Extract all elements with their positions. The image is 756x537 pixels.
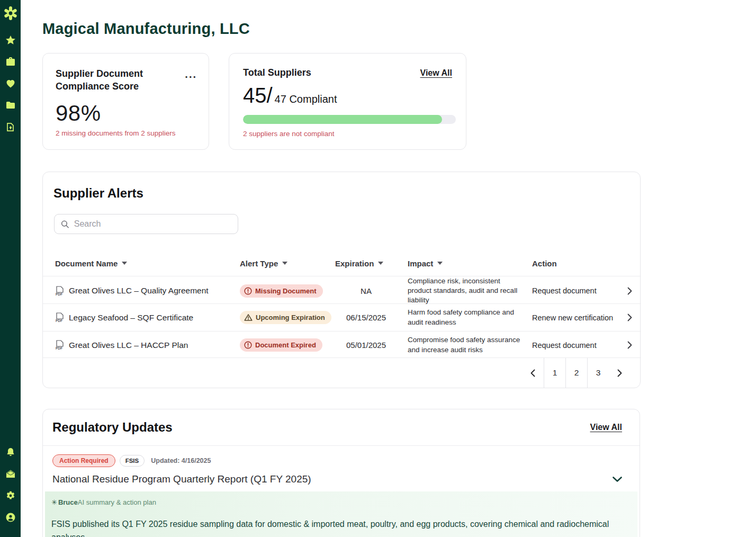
- action-cell: Request document: [532, 341, 627, 350]
- updated-date: Updated: 4/16/2025: [151, 457, 211, 464]
- sort-caret-icon: [122, 262, 127, 265]
- pagination-next-icon[interactable]: [609, 358, 631, 388]
- document-name-cell: PDF Legacy Seafood – SQF Certificate: [55, 312, 240, 323]
- account-icon[interactable]: [5, 512, 16, 523]
- svg-text:PDF: PDF: [56, 292, 62, 296]
- expiration-cell: 05/01/2025: [335, 341, 408, 350]
- column-header-action: Action: [532, 259, 627, 268]
- pdf-file-icon: PDF: [55, 286, 64, 296]
- suppliers-card-note: 2 suppliers are not compliant: [243, 130, 452, 138]
- briefcase-icon[interactable]: [5, 56, 16, 68]
- row-chevron-right-icon[interactable]: [627, 314, 641, 321]
- document-name-cell: PDF Great Olives LLC – HACCP Plan: [55, 340, 240, 350]
- supplier-alerts-card: Supplier Alerts Document Name Alert Type…: [42, 172, 641, 388]
- alerts-table: Document Name Alert Type Expiration Impa…: [43, 250, 641, 359]
- regulatory-item-title: National Residue Program Quarterly Repor…: [52, 473, 311, 485]
- sort-caret-icon: [378, 262, 383, 265]
- ai-summary-text: FSIS published its Q1 FY 2025 residue sa…: [51, 518, 615, 537]
- alerts-table-header: Document Name Alert Type Expiration Impa…: [43, 250, 641, 276]
- compliance-score-card: Supplier Document Compliance Score ... 9…: [42, 53, 209, 150]
- suppliers-count-sub: 47 Compliant: [275, 93, 337, 105]
- table-row[interactable]: PDF Legacy Seafood – SQF Certificate Upc…: [43, 303, 641, 331]
- regulatory-updates-header: Regulatory Updates View All: [43, 409, 640, 446]
- action-cell: Request document: [532, 287, 627, 295]
- impact-cell: Harm food safety compliance and audit re…: [408, 308, 532, 327]
- page-title: Magical Manufacturing, LLC: [42, 20, 250, 38]
- asterisk-icon: ✳: [51, 498, 57, 506]
- sort-caret-icon: [437, 262, 443, 265]
- search-input[interactable]: [74, 219, 231, 229]
- pagination-prev-icon[interactable]: [522, 358, 544, 388]
- compliance-card-title: Supplier Document Compliance Score: [56, 67, 161, 93]
- pagination: 1 2 3: [43, 357, 641, 388]
- ai-brand-name: Bruce: [58, 498, 78, 506]
- column-header-expiration[interactable]: Expiration: [335, 259, 408, 268]
- expiration-cell: 06/15/2025: [335, 313, 408, 322]
- suppliers-count-value: 45/: [243, 84, 273, 108]
- overflow-menu-icon[interactable]: ...: [185, 71, 197, 77]
- compliance-score-value: 98%: [56, 101, 196, 126]
- suppliers-progress-bar: [243, 115, 456, 124]
- svg-text:PDF: PDF: [56, 346, 62, 350]
- chevron-down-icon[interactable]: [613, 477, 622, 482]
- error-circle-icon: [244, 341, 252, 349]
- action-required-badge: Action Required: [52, 454, 115, 467]
- total-suppliers-card: Total Suppliers View All 45/ 47 Complian…: [229, 53, 466, 150]
- suppliers-progress-fill: [243, 115, 442, 124]
- impact-cell: Compromise food safety assurance and inc…: [408, 335, 532, 354]
- search-icon: [61, 220, 69, 229]
- status-badge: Missing Document: [240, 284, 323, 298]
- source-badge: FSIS: [120, 455, 145, 467]
- action-cell: Renew new certification: [532, 314, 627, 322]
- pagination-page-2[interactable]: 2: [565, 358, 587, 388]
- bell-icon[interactable]: [5, 446, 16, 458]
- status-badge: Document Expired: [240, 338, 322, 352]
- mail-icon[interactable]: [5, 468, 16, 480]
- expiration-cell: NA: [335, 287, 408, 296]
- regulatory-updates-card: Regulatory Updates View All Action Requi…: [42, 409, 640, 537]
- sidebar: [0, 0, 21, 537]
- pdf-file-icon: PDF: [55, 340, 64, 350]
- suppliers-view-all-link[interactable]: View All: [420, 68, 452, 78]
- suppliers-count: 45/ 47 Compliant: [243, 84, 452, 108]
- document-name-cell: PDF Great Olives LLC – Quality Agreement: [55, 286, 240, 296]
- column-header-document-name[interactable]: Document Name: [55, 259, 240, 268]
- gear-icon[interactable]: [5, 490, 16, 502]
- heart-icon[interactable]: [5, 78, 16, 90]
- row-chevron-right-icon[interactable]: [627, 341, 641, 349]
- ai-summary-label: ✳ Bruce AI summary & action plan: [51, 498, 629, 506]
- suppliers-card-title: Total Suppliers: [243, 67, 311, 78]
- star-icon[interactable]: [5, 34, 16, 46]
- row-chevron-right-icon[interactable]: [627, 287, 641, 295]
- error-circle-icon: [244, 287, 252, 295]
- sort-caret-icon: [282, 262, 287, 265]
- impact-cell: Compliance risk, inconsistent product st…: [408, 276, 532, 306]
- file-upload-icon[interactable]: [5, 121, 16, 133]
- ai-summary-box: ✳ Bruce AI summary & action plan FSIS pu…: [45, 491, 637, 537]
- status-badge: Upcoming Expiration: [240, 311, 331, 324]
- alerts-search[interactable]: [54, 214, 238, 234]
- table-row[interactable]: PDF Great Olives LLC – HACCP Plan Docume…: [43, 331, 641, 359]
- folder-icon[interactable]: [5, 100, 16, 111]
- supplier-alerts-title: Supplier Alerts: [53, 186, 640, 201]
- regulatory-item-row[interactable]: National Residue Program Quarterly Repor…: [52, 473, 622, 485]
- column-header-alert-type[interactable]: Alert Type: [240, 259, 335, 268]
- app-logo-asterisk-icon[interactable]: [3, 5, 19, 21]
- pagination-page-1[interactable]: 1: [544, 358, 565, 388]
- pdf-file-icon: PDF: [55, 312, 64, 323]
- ai-label-text: AI summary & action plan: [78, 498, 156, 506]
- sidebar-bottom-group: [5, 446, 16, 537]
- warning-triangle-icon: [244, 314, 253, 321]
- column-header-impact[interactable]: Impact: [408, 259, 532, 268]
- pagination-page-3[interactable]: 3: [587, 358, 609, 388]
- regulatory-view-all-link[interactable]: View All: [590, 423, 622, 432]
- regulatory-item-meta: Action Required FSIS Updated: 4/16/2025: [52, 454, 640, 467]
- table-row[interactable]: PDF Great Olives LLC – Quality Agreement…: [43, 276, 641, 303]
- compliance-card-note: 2 missing documents from 2 suppliers: [56, 129, 196, 137]
- sidebar-top-group: [3, 0, 19, 133]
- svg-text:PDF: PDF: [56, 319, 62, 323]
- regulatory-updates-title: Regulatory Updates: [52, 420, 173, 435]
